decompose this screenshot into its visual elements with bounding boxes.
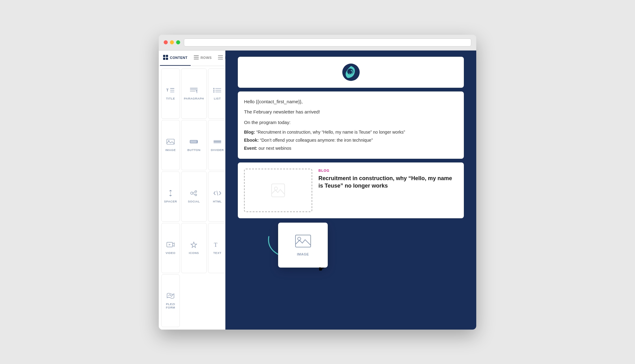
maximize-button[interactable] [176, 40, 180, 44]
email-greeting: Hello {{contact_first_name}}, [244, 98, 458, 106]
svg-line-35 [193, 192, 195, 193]
svg-point-34 [195, 194, 197, 196]
sidebar-item-video[interactable]: VIDEO [161, 223, 180, 273]
brand-logo [342, 63, 360, 82]
sidebar-item-html[interactable]: HTML [208, 171, 225, 222]
title-icon: T [166, 87, 175, 95]
blog-card-tag: BLOG [318, 169, 458, 172]
sidebar-item-button[interactable]: BUTTON [181, 120, 207, 170]
sidebar-item-text[interactable]: T TEXT [208, 223, 225, 273]
paragraph-icon: ¶ [189, 87, 198, 95]
icons-icon [189, 241, 198, 249]
plezi-form-label: PLEZI FORM [164, 302, 177, 309]
sidebar-item-spacer[interactable]: SPACER [161, 171, 180, 222]
list-icon [213, 87, 222, 95]
tab-content[interactable]: CONTENT [160, 51, 191, 66]
tab-rows[interactable]: ROWS [191, 51, 215, 66]
svg-rect-0 [163, 55, 165, 57]
svg-point-32 [191, 192, 193, 194]
email-event-item: Event: our next webinos [244, 145, 458, 152]
browser-traffic-lights [164, 40, 180, 44]
content-tab-icon [163, 55, 168, 61]
dragging-image-item[interactable]: IMAGE ☛ [278, 223, 328, 268]
blog-text: “Recruitment in construction, why “Hello… [256, 130, 405, 135]
email-text-block[interactable]: Hello {{contact_first_name}}, The Februa… [238, 91, 464, 159]
sidebar-item-plezi-form[interactable]: PLEZI FORM [161, 274, 180, 327]
svg-point-46 [298, 237, 301, 240]
email-logo-block[interactable] [238, 57, 464, 88]
sidebar-item-list[interactable]: LIST [208, 69, 225, 119]
svg-point-18 [213, 88, 215, 89]
divider-label: DIVIDER [211, 148, 224, 152]
sidebar-items-grid: T TITLE ¶ [159, 66, 225, 330]
email-blog-block[interactable]: BLOG Recruitment in construction, why “H… [238, 162, 464, 218]
social-icon [189, 190, 198, 198]
sidebar: CONTENT ROWS [159, 51, 225, 330]
svg-rect-6 [194, 59, 199, 60]
svg-text:T: T [214, 242, 218, 248]
html-label: HTML [213, 200, 222, 203]
ebook-text: “Don’t offend your colleagues anymore: t… [260, 138, 373, 143]
svg-point-44 [274, 187, 278, 190]
svg-rect-7 [218, 55, 223, 56]
svg-rect-8 [218, 57, 223, 58]
plezi-form-icon [166, 292, 175, 300]
video-label: VIDEO [166, 251, 175, 255]
rows-tab-icon [194, 55, 199, 60]
sidebar-item-icons[interactable]: ICONS [181, 223, 207, 273]
floating-image-icon [295, 234, 312, 249]
svg-point-33 [195, 191, 197, 193]
button-label: BUTTON [187, 148, 200, 152]
svg-rect-5 [194, 57, 199, 58]
svg-point-22 [213, 91, 215, 93]
svg-rect-4 [194, 55, 199, 56]
close-button[interactable] [164, 40, 168, 44]
cursor-hand: ☛ [318, 265, 325, 273]
paragraph-label: PARAGRAPH [184, 97, 204, 100]
svg-text:T: T [166, 88, 169, 92]
minimize-button[interactable] [170, 40, 174, 44]
main-canvas: Hello {{contact_first_name}}, The Februa… [225, 51, 476, 330]
blog-card-text: BLOG Recruitment in construction, why “H… [318, 169, 458, 189]
tab-content-label: CONTENT [170, 56, 188, 60]
video-icon [166, 241, 175, 249]
sidebar-item-social[interactable]: SOCIAL [181, 171, 207, 222]
image-placeholder-icon [270, 183, 286, 198]
settings-tab-icon [218, 55, 223, 60]
browser-titlebar [159, 35, 476, 51]
social-label: SOCIAL [188, 200, 200, 203]
text-icon: T [213, 241, 222, 249]
divider-icon [213, 138, 222, 146]
spacer-label: SPACER [164, 200, 177, 203]
event-text: our next webinos [259, 146, 291, 151]
title-label: TITLE [166, 97, 175, 100]
list-label: LIST [214, 97, 221, 100]
ebook-label: Ebook: [244, 138, 259, 143]
blog-label: Blog: [244, 130, 255, 135]
event-label: Event: [244, 146, 257, 151]
text-label: TEXT [213, 251, 221, 255]
sidebar-item-image[interactable]: IMAGE [161, 120, 180, 170]
svg-point-20 [213, 90, 215, 91]
email-intro: The February newsletter has arrived! [244, 108, 458, 116]
svg-rect-43 [272, 184, 285, 197]
svg-rect-45 [295, 235, 311, 247]
app-body: CONTENT ROWS [159, 51, 476, 330]
sidebar-item-title[interactable]: T TITLE [161, 69, 180, 119]
sidebar-item-paragraph[interactable]: ¶ PARAGRAPH [181, 69, 207, 119]
svg-rect-9 [218, 59, 223, 60]
svg-rect-26 [190, 140, 198, 143]
svg-rect-3 [166, 58, 168, 60]
html-icon [213, 190, 222, 198]
sidebar-item-divider[interactable]: DIVIDER [208, 120, 225, 170]
email-program-title: On the program today: [244, 118, 458, 127]
blog-image-drop-zone[interactable] [244, 169, 312, 212]
button-icon [189, 138, 198, 146]
sidebar-tabs: CONTENT ROWS [159, 51, 225, 66]
svg-rect-24 [167, 139, 174, 144]
url-bar[interactable] [184, 38, 471, 47]
email-ebook-item: Ebook: “Don’t offend your colleagues any… [244, 137, 458, 144]
image-icon [166, 138, 175, 146]
svg-rect-2 [163, 58, 165, 60]
svg-rect-1 [166, 55, 168, 57]
